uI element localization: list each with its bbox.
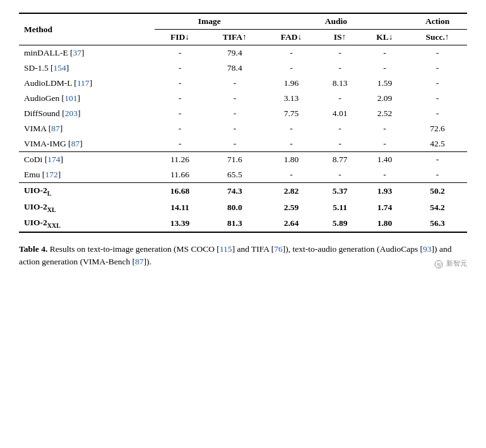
method-cell: minDALL-E [37]: [19, 45, 155, 61]
method-cell: VIMA-IMG [87]: [19, 136, 155, 152]
cite-93: 93: [423, 244, 432, 254]
method-cell: AudioGen [101]: [19, 91, 155, 106]
fid-cell: -: [155, 76, 205, 91]
tifa-cell: 65.5: [205, 167, 264, 183]
cite-203: 203: [65, 109, 78, 118]
fad-header: FAD↓: [264, 30, 319, 45]
tifa-cell: 71.6: [205, 152, 264, 168]
fad-cell: -: [264, 167, 319, 183]
table-row: VIMA-IMG [87]-----42.5: [19, 136, 467, 152]
is-cell: -: [318, 136, 362, 152]
watermark: 智 新智元: [434, 258, 467, 269]
tifa-header: TIFA↑: [205, 30, 264, 45]
succ-cell: -: [408, 45, 467, 61]
table-row: CoDi [174]11.2671.61.808.771.40-: [19, 152, 467, 168]
method-cell: UIO-2L: [19, 183, 155, 199]
succ-cell: -: [408, 152, 467, 168]
kl-cell: -: [362, 167, 408, 183]
fid-cell: -: [155, 91, 205, 106]
method-cell: UIO-2XL: [19, 199, 155, 216]
cite-172: 172: [45, 170, 57, 179]
cite-87: 87: [71, 139, 80, 148]
method-cell: VIMA [87]: [19, 121, 155, 136]
kl-cell: -: [362, 121, 408, 136]
fad-cell: 3.13: [264, 91, 319, 106]
tifa-cell: 74.3: [205, 183, 264, 199]
cite-37: 37: [73, 48, 82, 57]
kl-cell: -: [362, 45, 408, 61]
tifa-cell: -: [205, 121, 264, 136]
audio-group-header: Audio: [264, 13, 408, 30]
kl-cell: 1.74: [362, 199, 408, 216]
cite-101: 101: [64, 93, 77, 103]
kl-cell: -: [362, 136, 408, 152]
kl-cell: 2.09: [362, 91, 408, 106]
tifa-cell: -: [205, 136, 264, 152]
kl-cell: -: [362, 61, 408, 76]
fad-cell: 2.82: [264, 183, 319, 199]
method-column-header: Method: [19, 13, 155, 45]
method-cell: CoDi [174]: [19, 152, 155, 168]
tifa-cell: -: [205, 76, 264, 91]
method-cell: SD-1.5 [154]: [19, 61, 155, 76]
fid-cell: -: [155, 61, 205, 76]
is-cell: 5.11: [318, 199, 362, 216]
fid-cell: -: [155, 121, 205, 136]
fad-cell: -: [264, 136, 319, 152]
fad-cell: 2.59: [264, 199, 319, 216]
tifa-cell: -: [205, 91, 264, 106]
table-row: minDALL-E [37]-79.4----: [19, 45, 467, 61]
succ-header: Succ.↑: [408, 30, 467, 45]
action-group-header: Action: [408, 13, 467, 30]
tifa-cell: 79.4: [205, 45, 264, 61]
table-row: UIO-2L16.6874.32.825.371.9350.2: [19, 183, 467, 199]
succ-cell: -: [408, 106, 467, 121]
fid-cell: 11.26: [155, 152, 205, 168]
table-container: Method Image Audio Action FID↓ TIFA↑ FAD…: [19, 13, 467, 233]
cite-115: 115: [220, 244, 232, 254]
fid-cell: 11.66: [155, 167, 205, 183]
succ-cell: 50.2: [408, 183, 467, 199]
fad-cell: -: [264, 121, 319, 136]
is-cell: -: [318, 91, 362, 106]
table-caption: Table 4. Results on text-to-image genera…: [19, 243, 467, 269]
image-group-header: Image: [155, 13, 264, 30]
method-cell: DiffSound [203]: [19, 106, 155, 121]
caption-title: Table 4.: [19, 244, 47, 254]
method-cell: AudioLDM-L [117]: [19, 76, 155, 91]
kl-cell: 1.93: [362, 183, 408, 199]
is-cell: -: [318, 45, 362, 61]
fid-cell: -: [155, 106, 205, 121]
succ-cell: -: [408, 61, 467, 76]
fid-cell: -: [155, 45, 205, 61]
tifa-cell: 78.4: [205, 61, 264, 76]
succ-cell: 54.2: [408, 199, 467, 216]
cite-87: 87: [51, 124, 60, 133]
table-row: Emu [172]11.6665.5----: [19, 167, 467, 183]
cite-154: 154: [54, 63, 66, 73]
fad-cell: -: [264, 61, 319, 76]
cite-87-caption: 87: [135, 257, 144, 266]
table-row: VIMA [87]-----72.6: [19, 121, 467, 136]
fid-cell: -: [155, 136, 205, 152]
watermark-text: 新智元: [446, 259, 467, 267]
fad-cell: 1.80: [264, 152, 319, 168]
kl-cell: 1.59: [362, 76, 408, 91]
cite-117: 117: [77, 78, 90, 88]
tifa-cell: -: [205, 106, 264, 121]
svg-text:智: 智: [437, 262, 441, 268]
tifa-cell: 80.0: [205, 199, 264, 216]
is-cell: -: [318, 121, 362, 136]
watermark-icon: 智: [434, 260, 443, 269]
fad-cell: 1.96: [264, 76, 319, 91]
succ-cell: 42.5: [408, 136, 467, 152]
tifa-cell: 81.3: [205, 215, 264, 232]
method-cell: UIO-2XXL: [19, 215, 155, 232]
fid-header: FID↓: [155, 30, 205, 45]
is-cell: 8.77: [318, 152, 362, 168]
is-cell: 4.01: [318, 106, 362, 121]
table-row: UIO-2XXL13.3981.32.645.891.8056.3: [19, 215, 467, 232]
is-cell: 5.37: [318, 183, 362, 199]
table-row: UIO-2XL14.1180.02.595.111.7454.2: [19, 199, 467, 216]
table-top-border: Method Image Audio Action: [19, 13, 467, 30]
